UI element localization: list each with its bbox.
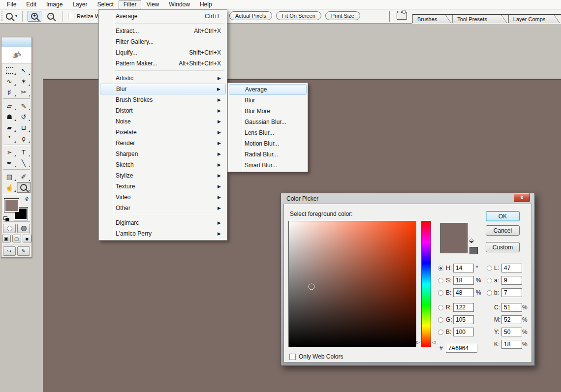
filter-menu-item-pattern-maker[interactable]: Pattern Maker...Alt+Shift+Ctrl+X [100, 58, 226, 69]
jump-to-imageready-button[interactable]: ↪ [3, 246, 16, 256]
path-selection-tool[interactable]: ➢ [2, 147, 17, 157]
lasso-tool[interactable]: ∿ [2, 76, 17, 87]
cmyk-c-input[interactable] [501, 303, 522, 312]
options-bar-grip[interactable] [1, 11, 4, 21]
blur-submenu-item-average[interactable]: Average [229, 84, 307, 95]
filter-menu-item-other[interactable]: Other▶ [100, 203, 226, 213]
filter-menu-item-stylize[interactable]: Stylize▶ [100, 170, 226, 181]
filter-menu-item-noise[interactable]: Noise▶ [100, 116, 226, 127]
standard-screen-mode-button[interactable]: ▣ [2, 235, 11, 242]
ok-button[interactable]: OK [486, 211, 520, 221]
hex-input[interactable] [446, 344, 477, 353]
eyedropper-tool[interactable]: ✐ [17, 171, 31, 182]
blur-submenu-item-radial-blur[interactable]: Radial Blur... [229, 149, 307, 160]
menubar-item-layer[interactable]: Layer [67, 0, 92, 9]
magic-wand-tool[interactable]: ✶ [17, 76, 31, 87]
filter-menu-item-render[interactable]: Render▶ [100, 138, 226, 149]
menubar-item-select[interactable]: Select [92, 0, 118, 9]
websafe-color-swatch[interactable] [469, 247, 478, 254]
foreground-color-chip[interactable] [4, 199, 19, 212]
menubar-item-edit[interactable]: Edit [21, 0, 41, 9]
history-brush-tool[interactable]: ↺ [17, 111, 31, 122]
palette-tab-tool-presets[interactable]: Tool Presets [452, 15, 507, 23]
edit-in-imageready-button[interactable]: ✎ [17, 246, 30, 256]
menubar-item-view[interactable]: View [141, 0, 164, 9]
blur-submenu-item-blur[interactable]: Blur [229, 95, 307, 106]
filter-menu-item-texture[interactable]: Texture▶ [100, 181, 226, 192]
paint-bucket-tool[interactable]: ⊔ [17, 122, 31, 133]
filter-menu-item-pixelate[interactable]: Pixelate▶ [100, 127, 226, 138]
move-tool[interactable]: ↖ [17, 65, 31, 76]
filter-menu-item-digimarc[interactable]: Digimarc▶ [100, 217, 226, 228]
blur-submenu-item-smart-blur[interactable]: Smart Blur... [229, 160, 307, 171]
slice-tool[interactable]: ✂ [17, 87, 31, 97]
filter-menu-item-liquify[interactable]: Liquify...Shift+Ctrl+X [100, 47, 226, 58]
dialog-titlebar[interactable]: Color Picker [283, 194, 532, 204]
filter-menu-item-l-amico-perry[interactable]: L'amico Perry▶ [100, 228, 226, 239]
cmyk-m-input[interactable] [501, 315, 522, 324]
filter-menu-item-artistic[interactable]: Artistic▶ [100, 73, 226, 84]
cancel-button[interactable]: Cancel [486, 225, 520, 236]
clone-stamp-tool[interactable]: ☗ [2, 111, 17, 122]
lab-b-radio[interactable] [487, 290, 492, 296]
filter-menu-item-sharpen[interactable]: Sharpen▶ [100, 149, 226, 159]
blur-tool[interactable]: ❜ [2, 133, 17, 144]
type-tool[interactable]: T [17, 147, 31, 157]
filter-menu-item-brush-strokes[interactable]: Brush Strokes▶ [100, 94, 226, 105]
chevron-down-icon[interactable]: ▾ [15, 14, 17, 18]
actual-pixels-button[interactable]: Actual Pixels [229, 11, 272, 20]
menubar-item-window[interactable]: Window [164, 0, 195, 9]
blur-submenu-item-lens-blur[interactable]: Lens Blur... [229, 127, 307, 138]
close-button[interactable]: x [514, 193, 530, 202]
resize-window-checkbox[interactable] [68, 13, 74, 19]
cmyk-k-input[interactable] [501, 340, 522, 349]
palette-tab-brushes[interactable]: Brushes [412, 15, 451, 23]
filter-menu-item-distort[interactable]: Distort▶ [100, 105, 226, 116]
filter-menu-item-filter-gallery[interactable]: Filter Gallery... [100, 36, 226, 47]
zoom-in-button[interactable]: + [28, 11, 41, 22]
menubar-item-filter[interactable]: Filter [119, 0, 142, 9]
blur-submenu-item-motion-blur[interactable]: Motion Blur... [229, 138, 307, 149]
filter-menu-item-video[interactable]: Video▶ [100, 192, 226, 203]
gamut-cube-icon[interactable]: ⬙ [469, 237, 474, 244]
standard-mode-button[interactable] [3, 224, 16, 233]
dodge-tool[interactable]: ϙ [17, 133, 31, 144]
healing-brush-tool[interactable]: ▱ [2, 100, 17, 111]
menubar-item-image[interactable]: Image [41, 0, 67, 9]
fit-on-screen-button[interactable]: Fit On Screen [276, 11, 321, 20]
menubar-item-help[interactable]: Help [195, 0, 217, 9]
cmyk-y-input[interactable] [501, 328, 522, 336]
blur-submenu-item-blur-more[interactable]: Blur More [229, 106, 307, 117]
rectangular-marquee-tool[interactable] [2, 65, 17, 76]
lab-a-radio[interactable] [487, 278, 492, 283]
default-colors-icon[interactable] [3, 216, 9, 221]
lab-l-input[interactable] [501, 264, 522, 272]
only-web-colors-checkbox[interactable] [289, 354, 296, 360]
hand-tool[interactable]: ☝ [2, 182, 17, 193]
fullscreen-mode-button[interactable]: ■ [23, 235, 31, 242]
line-tool[interactable]: ╲ [17, 157, 31, 168]
notes-tool[interactable]: ▤ [2, 171, 17, 182]
eraser-tool[interactable]: ▰ [2, 122, 17, 133]
filter-menu-item-extract[interactable]: Extract...Alt+Ctrl+X [100, 26, 226, 36]
blur-submenu-item-gaussian-blur[interactable]: Gaussian Blur... [229, 117, 307, 127]
lab-b-input[interactable] [501, 288, 522, 297]
swap-colors-icon[interactable]: ⇄ [23, 195, 30, 202]
pen-tool[interactable]: ✒ [2, 157, 17, 168]
filter-menu-item-average[interactable]: AverageCtrl+F [100, 11, 226, 22]
zoom-out-button[interactable]: − [44, 11, 58, 22]
filter-menu-item-sketch[interactable]: Sketch▶ [100, 159, 226, 170]
quick-mask-mode-button[interactable] [17, 224, 30, 233]
lab-l-radio[interactable] [487, 266, 492, 271]
file-browser-icon[interactable] [397, 12, 407, 20]
menubar-item-file[interactable]: File [2, 0, 21, 9]
custom-button[interactable]: Custom [486, 242, 520, 252]
lab-a-input[interactable] [501, 276, 522, 285]
brush-tool[interactable]: ✎ [17, 100, 31, 111]
zoom-tool[interactable] [17, 182, 31, 193]
fullscreen-menubar-mode-button[interactable]: ▢ [12, 235, 21, 242]
toolbox-titlebar[interactable] [1, 37, 31, 47]
crop-tool[interactable]: ♯ [2, 87, 17, 97]
filter-menu-item-blur[interactable]: Blur▶ [100, 84, 226, 94]
palette-tab-layer-comps[interactable]: Layer Comps [508, 15, 560, 23]
